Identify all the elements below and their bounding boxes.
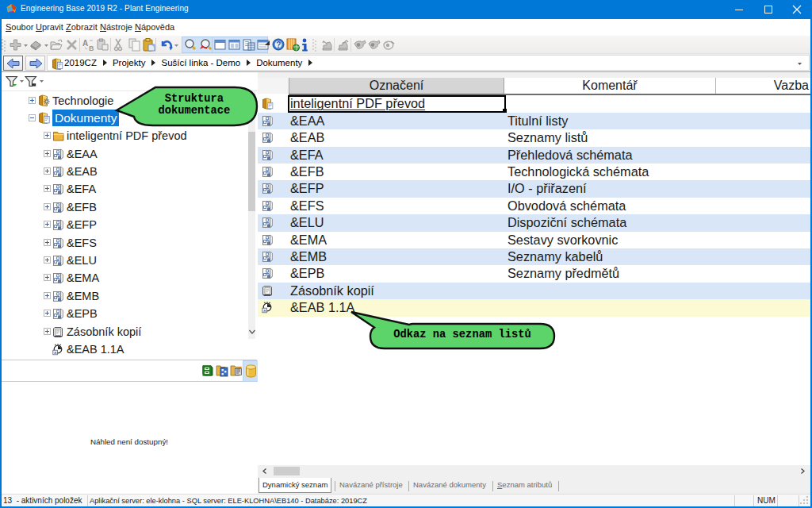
svg-text:A: A: [82, 39, 88, 48]
svg-text:?: ?: [276, 40, 281, 49]
svg-text:B: B: [89, 44, 94, 52]
